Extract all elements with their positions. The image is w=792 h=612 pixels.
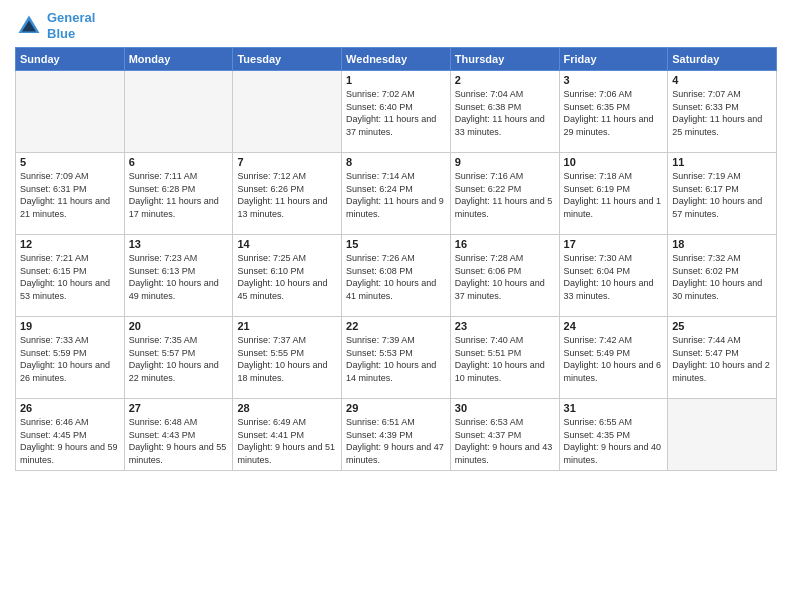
calendar-cell: 8Sunrise: 7:14 AMSunset: 6:24 PMDaylight… — [342, 153, 451, 235]
daylight: Daylight: 11 hours and 37 minutes. — [346, 113, 446, 138]
day-info: Sunrise: 7:16 AMSunset: 6:22 PMDaylight:… — [455, 170, 555, 220]
daylight: Daylight: 11 hours and 25 minutes. — [672, 113, 772, 138]
day-number: 12 — [20, 238, 120, 250]
sunrise: Sunrise: 7:39 AM — [346, 334, 446, 347]
day-info: Sunrise: 7:12 AMSunset: 6:26 PMDaylight:… — [237, 170, 337, 220]
day-info: Sunrise: 7:21 AMSunset: 6:15 PMDaylight:… — [20, 252, 120, 302]
day-number: 6 — [129, 156, 229, 168]
daylight: Daylight: 10 hours and 18 minutes. — [237, 359, 337, 384]
day-info: Sunrise: 7:26 AMSunset: 6:08 PMDaylight:… — [346, 252, 446, 302]
daylight: Daylight: 11 hours and 1 minute. — [564, 195, 664, 220]
calendar-cell: 2Sunrise: 7:04 AMSunset: 6:38 PMDaylight… — [450, 71, 559, 153]
calendar-cell: 15Sunrise: 7:26 AMSunset: 6:08 PMDayligh… — [342, 235, 451, 317]
daylight: Daylight: 11 hours and 9 minutes. — [346, 195, 446, 220]
daylight: Daylight: 10 hours and 14 minutes. — [346, 359, 446, 384]
daylight: Daylight: 11 hours and 17 minutes. — [129, 195, 229, 220]
sunrise: Sunrise: 7:02 AM — [346, 88, 446, 101]
calendar-cell: 1Sunrise: 7:02 AMSunset: 6:40 PMDaylight… — [342, 71, 451, 153]
day-info: Sunrise: 7:25 AMSunset: 6:10 PMDaylight:… — [237, 252, 337, 302]
daylight: Daylight: 10 hours and 26 minutes. — [20, 359, 120, 384]
sunset: Sunset: 5:57 PM — [129, 347, 229, 360]
sunrise: Sunrise: 7:04 AM — [455, 88, 555, 101]
day-info: Sunrise: 6:51 AMSunset: 4:39 PMDaylight:… — [346, 416, 446, 466]
calendar-cell: 31Sunrise: 6:55 AMSunset: 4:35 PMDayligh… — [559, 399, 668, 471]
day-info: Sunrise: 7:18 AMSunset: 6:19 PMDaylight:… — [564, 170, 664, 220]
sunset: Sunset: 4:41 PM — [237, 429, 337, 442]
day-info: Sunrise: 7:02 AMSunset: 6:40 PMDaylight:… — [346, 88, 446, 138]
day-number: 25 — [672, 320, 772, 332]
sunset: Sunset: 5:47 PM — [672, 347, 772, 360]
sunrise: Sunrise: 7:07 AM — [672, 88, 772, 101]
sunrise: Sunrise: 7:16 AM — [455, 170, 555, 183]
sunset: Sunset: 6:15 PM — [20, 265, 120, 278]
calendar-week-2: 5Sunrise: 7:09 AMSunset: 6:31 PMDaylight… — [16, 153, 777, 235]
daylight: Daylight: 10 hours and 33 minutes. — [564, 277, 664, 302]
page-container: General Blue SundayMondayTuesdayWednesda… — [0, 0, 792, 612]
calendar-cell: 28Sunrise: 6:49 AMSunset: 4:41 PMDayligh… — [233, 399, 342, 471]
sunrise: Sunrise: 7:32 AM — [672, 252, 772, 265]
sunset: Sunset: 6:33 PM — [672, 101, 772, 114]
calendar-cell: 17Sunrise: 7:30 AMSunset: 6:04 PMDayligh… — [559, 235, 668, 317]
sunset: Sunset: 6:24 PM — [346, 183, 446, 196]
calendar-cell: 10Sunrise: 7:18 AMSunset: 6:19 PMDayligh… — [559, 153, 668, 235]
sunset: Sunset: 6:35 PM — [564, 101, 664, 114]
weekday-header-friday: Friday — [559, 48, 668, 71]
sunset: Sunset: 6:31 PM — [20, 183, 120, 196]
sunrise: Sunrise: 7:35 AM — [129, 334, 229, 347]
daylight: Daylight: 11 hours and 13 minutes. — [237, 195, 337, 220]
day-info: Sunrise: 7:30 AMSunset: 6:04 PMDaylight:… — [564, 252, 664, 302]
calendar-cell: 3Sunrise: 7:06 AMSunset: 6:35 PMDaylight… — [559, 71, 668, 153]
weekday-header-wednesday: Wednesday — [342, 48, 451, 71]
sunrise: Sunrise: 7:33 AM — [20, 334, 120, 347]
calendar-cell: 14Sunrise: 7:25 AMSunset: 6:10 PMDayligh… — [233, 235, 342, 317]
daylight: Daylight: 9 hours and 51 minutes. — [237, 441, 337, 466]
sunset: Sunset: 6:08 PM — [346, 265, 446, 278]
calendar-cell: 12Sunrise: 7:21 AMSunset: 6:15 PMDayligh… — [16, 235, 125, 317]
day-number: 2 — [455, 74, 555, 86]
sunset: Sunset: 5:53 PM — [346, 347, 446, 360]
day-number: 9 — [455, 156, 555, 168]
day-number: 8 — [346, 156, 446, 168]
day-info: Sunrise: 7:23 AMSunset: 6:13 PMDaylight:… — [129, 252, 229, 302]
weekday-header-sunday: Sunday — [16, 48, 125, 71]
day-number: 5 — [20, 156, 120, 168]
sunset: Sunset: 4:39 PM — [346, 429, 446, 442]
sunset: Sunset: 5:49 PM — [564, 347, 664, 360]
calendar-cell: 18Sunrise: 7:32 AMSunset: 6:02 PMDayligh… — [668, 235, 777, 317]
sunrise: Sunrise: 6:51 AM — [346, 416, 446, 429]
calendar-cell: 21Sunrise: 7:37 AMSunset: 5:55 PMDayligh… — [233, 317, 342, 399]
sunset: Sunset: 6:02 PM — [672, 265, 772, 278]
day-number: 14 — [237, 238, 337, 250]
sunrise: Sunrise: 7:09 AM — [20, 170, 120, 183]
sunrise: Sunrise: 6:55 AM — [564, 416, 664, 429]
calendar-cell: 19Sunrise: 7:33 AMSunset: 5:59 PMDayligh… — [16, 317, 125, 399]
sunset: Sunset: 6:13 PM — [129, 265, 229, 278]
day-number: 13 — [129, 238, 229, 250]
calendar-week-5: 26Sunrise: 6:46 AMSunset: 4:45 PMDayligh… — [16, 399, 777, 471]
sunrise: Sunrise: 7:06 AM — [564, 88, 664, 101]
daylight: Daylight: 10 hours and 41 minutes. — [346, 277, 446, 302]
calendar-cell: 6Sunrise: 7:11 AMSunset: 6:28 PMDaylight… — [124, 153, 233, 235]
day-info: Sunrise: 6:46 AMSunset: 4:45 PMDaylight:… — [20, 416, 120, 466]
logo-text: General Blue — [47, 10, 95, 41]
sunset: Sunset: 6:28 PM — [129, 183, 229, 196]
calendar-cell — [124, 71, 233, 153]
calendar-cell: 23Sunrise: 7:40 AMSunset: 5:51 PMDayligh… — [450, 317, 559, 399]
sunset: Sunset: 4:45 PM — [20, 429, 120, 442]
day-info: Sunrise: 7:32 AMSunset: 6:02 PMDaylight:… — [672, 252, 772, 302]
calendar-cell: 13Sunrise: 7:23 AMSunset: 6:13 PMDayligh… — [124, 235, 233, 317]
calendar-cell: 20Sunrise: 7:35 AMSunset: 5:57 PMDayligh… — [124, 317, 233, 399]
calendar-cell: 7Sunrise: 7:12 AMSunset: 6:26 PMDaylight… — [233, 153, 342, 235]
day-number: 1 — [346, 74, 446, 86]
day-info: Sunrise: 7:44 AMSunset: 5:47 PMDaylight:… — [672, 334, 772, 384]
daylight: Daylight: 11 hours and 33 minutes. — [455, 113, 555, 138]
sunset: Sunset: 6:40 PM — [346, 101, 446, 114]
sunset: Sunset: 6:06 PM — [455, 265, 555, 278]
day-number: 24 — [564, 320, 664, 332]
daylight: Daylight: 9 hours and 40 minutes. — [564, 441, 664, 466]
sunrise: Sunrise: 7:44 AM — [672, 334, 772, 347]
weekday-header-row: SundayMondayTuesdayWednesdayThursdayFrid… — [16, 48, 777, 71]
sunrise: Sunrise: 7:28 AM — [455, 252, 555, 265]
daylight: Daylight: 9 hours and 47 minutes. — [346, 441, 446, 466]
logo-icon — [15, 12, 43, 40]
